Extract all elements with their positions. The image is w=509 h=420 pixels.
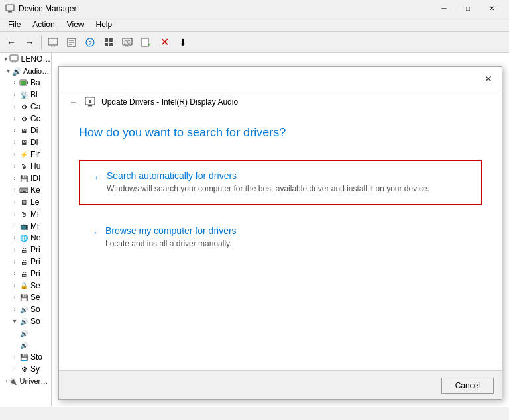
tree-audio[interactable]: ▼ 🔊 Audio inputs and outputs <box>0 65 51 77</box>
tree-usb[interactable]: › 🔌 Universal Serial Bus controllers <box>0 375 51 387</box>
mi2-expand-icon[interactable]: › <box>11 222 19 230</box>
browse-manual-option[interactable]: → Browse my computer for drivers Locate … <box>79 216 482 259</box>
remove-button[interactable]: ✕ <box>156 34 173 50</box>
sy-expand-icon[interactable]: › <box>11 365 19 373</box>
audio-expand-icon[interactable]: ▼ <box>5 67 11 75</box>
svg-rect-12 <box>105 43 108 46</box>
minimize-button[interactable]: ─ <box>432 2 456 15</box>
menu-view[interactable]: View <box>62 19 89 30</box>
dialog-back-button[interactable]: ← <box>67 95 80 109</box>
tree-pri2[interactable]: › 🖨 Pri <box>0 256 51 268</box>
dialog-close-button[interactable]: ✕ <box>482 72 495 85</box>
search-auto-option[interactable]: → Search automatically for drivers Windo… <box>79 160 482 205</box>
tree-sto[interactable]: › 💾 Sto <box>0 351 51 363</box>
svg-rect-27 <box>89 100 91 103</box>
back-button[interactable]: ← <box>3 34 20 50</box>
svg-rect-19 <box>10 55 18 61</box>
se1-label: Se <box>30 281 40 290</box>
ne-expand-icon[interactable]: › <box>11 234 19 242</box>
hu-label: Hu <box>30 162 40 171</box>
auto-search-title[interactable]: Search automatically for drivers <box>107 170 471 181</box>
fir-expand-icon[interactable]: › <box>11 150 19 158</box>
tree-ba[interactable]: › Ba <box>0 77 51 89</box>
mi2-label: Mi <box>30 221 39 231</box>
tree-di2[interactable]: › 🖥 Di <box>0 136 51 148</box>
tree-se1[interactable]: › 🔒 Se <box>0 280 51 291</box>
tree-ca[interactable]: › ⚙ Ca <box>0 101 51 113</box>
computer-button[interactable] <box>44 34 62 50</box>
tree-bl[interactable]: › 📡 Bl <box>0 89 51 101</box>
tree-so1[interactable]: › 🔊 So <box>0 303 51 315</box>
tree-so2[interactable]: ▼ 🔊 So <box>0 315 51 327</box>
forward-button[interactable]: → <box>21 34 38 50</box>
tree-le[interactable]: › 🖥 Le <box>0 196 51 208</box>
tree-sy[interactable]: › ⚙ Sy <box>0 363 51 375</box>
help-button[interactable]: ? <box>82 34 99 50</box>
toolbar-separator-1 <box>41 36 42 49</box>
ba-expand-icon[interactable]: › <box>11 79 19 87</box>
tree-se2[interactable]: › 💾 Se <box>0 291 51 303</box>
driver-icon <box>84 95 97 109</box>
browse-title[interactable]: Browse my computer for drivers <box>105 225 473 236</box>
tree-sound-child1[interactable]: 🔊 <box>0 327 51 339</box>
so1-label: So <box>30 305 40 314</box>
tree-fir[interactable]: › ⚡ Fir <box>0 148 51 160</box>
pri1-expand-icon[interactable]: › <box>11 246 19 254</box>
dialog-titlebar: ✕ <box>59 67 502 91</box>
status-bar <box>0 407 509 420</box>
close-button[interactable]: ✕ <box>480 2 504 15</box>
di1-expand-icon[interactable]: › <box>11 127 19 134</box>
title-bar: Device Manager ─ □ ✕ <box>0 0 509 17</box>
mi1-expand-icon[interactable]: › <box>11 210 19 218</box>
idi-icon: 💾 <box>19 173 29 184</box>
maximize-button[interactable]: □ <box>456 2 480 15</box>
ke-label: Ke <box>30 185 40 195</box>
tree-ke[interactable]: › ⌨ Ke <box>0 184 51 196</box>
ca-expand-icon[interactable]: › <box>11 103 19 111</box>
so2-expand-icon[interactable]: ▼ <box>11 317 19 325</box>
tree-sound-child2[interactable]: 🔊 <box>0 339 51 351</box>
tree-di1[interactable]: › 🖥 Di <box>0 125 51 136</box>
tree-ne[interactable]: › 🌐 Ne <box>0 232 51 244</box>
se2-expand-icon[interactable]: › <box>11 293 19 301</box>
idi-expand-icon[interactable]: › <box>11 174 19 182</box>
update-drivers-dialog: ✕ ← Update Drivers - Intel(R) Display Au… <box>58 66 502 400</box>
tree-idi[interactable]: › 💾 IDI <box>0 172 51 184</box>
menu-file[interactable]: File <box>3 19 26 30</box>
dialog-footer: Cancel <box>59 370 502 399</box>
ca-label: Ca <box>30 102 40 111</box>
tree-cc[interactable]: › ⚙ Cc <box>0 113 51 125</box>
hu-expand-icon[interactable]: › <box>11 162 19 170</box>
ke-expand-icon[interactable]: › <box>11 186 19 194</box>
cancel-button[interactable]: Cancel <box>441 378 494 394</box>
menu-help[interactable]: Help <box>91 19 118 30</box>
download-button[interactable]: ⬇ <box>174 34 192 50</box>
pri3-expand-icon[interactable]: › <box>11 270 19 278</box>
add-button[interactable]: + <box>137 34 154 50</box>
mi1-label: Mi <box>30 209 39 219</box>
monitor-button[interactable]: PC <box>119 34 136 50</box>
pri3-icon: 🖨 <box>19 268 29 279</box>
tree-mi1[interactable]: › 🖱 Mi <box>0 208 51 220</box>
idi-label: IDI <box>30 174 40 183</box>
se1-expand-icon[interactable]: › <box>11 282 19 289</box>
bl-expand-icon[interactable]: › <box>11 91 19 99</box>
tree-hu[interactable]: › 🖱 Hu <box>0 160 51 172</box>
so1-expand-icon[interactable]: › <box>11 305 19 313</box>
battery-icon <box>19 78 29 88</box>
di2-expand-icon[interactable]: › <box>11 138 19 146</box>
le-expand-icon[interactable]: › <box>11 198 19 206</box>
tree-pri3[interactable]: › 🖨 Pri <box>0 268 51 280</box>
auto-search-arrow-icon: → <box>89 172 100 184</box>
view-button[interactable] <box>100 34 117 50</box>
cc-expand-icon[interactable]: › <box>11 115 19 123</box>
tree-pri1[interactable]: › 🖨 Pri <box>0 244 51 256</box>
svg-rect-17 <box>142 38 148 46</box>
tree-root[interactable]: ▼ LENOVO1 <box>0 53 51 65</box>
expand-icon[interactable]: ▼ <box>3 55 9 63</box>
properties-button[interactable] <box>63 34 80 50</box>
pri2-expand-icon[interactable]: › <box>11 258 19 266</box>
sto-expand-icon[interactable]: › <box>11 353 19 361</box>
tree-mi2[interactable]: › 📺 Mi <box>0 220 51 232</box>
menu-action[interactable]: Action <box>27 19 60 30</box>
